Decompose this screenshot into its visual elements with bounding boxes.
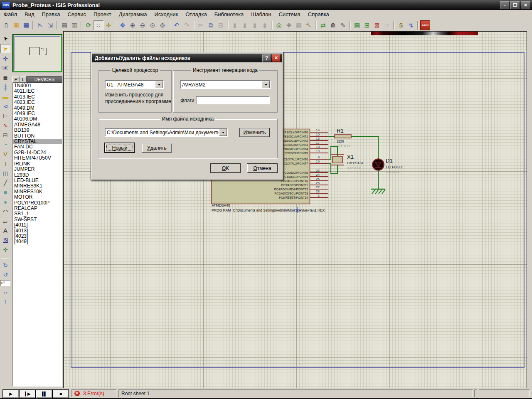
led-d1[interactable]: D1 LED-BLUE <TEXT>	[373, 158, 404, 174]
block-delete-icon[interactable]: ▮	[260, 20, 270, 30]
new-file-icon[interactable]: ▯	[1, 20, 11, 30]
device-item[interactable]: MOTOR	[13, 195, 62, 200]
error-panel[interactable]: ✕ 3 Error(s)	[71, 389, 116, 397]
menu-library[interactable]: Библиотека	[211, 10, 248, 18]
redraw-icon[interactable]: ⟳	[84, 20, 94, 30]
device-item[interactable]: SW-SPST	[13, 217, 62, 222]
close-button[interactable]: ✕	[521, 1, 530, 9]
menu-graph[interactable]: Диаграмма	[115, 10, 151, 18]
cut-icon[interactable]: ✂	[196, 20, 206, 30]
menu-help[interactable]: Справка	[304, 10, 333, 18]
redo-icon[interactable]: ↷	[182, 20, 192, 30]
ground-symbol[interactable]	[371, 189, 385, 194]
pause-button[interactable]: ▌▌	[36, 389, 52, 398]
device-item[interactable]: G2R-14-DC24	[13, 150, 62, 155]
property-tool-icon[interactable]: T	[304, 20, 314, 30]
menu-system[interactable]: Система	[275, 10, 304, 18]
open-file-icon[interactable]: ▣	[11, 20, 21, 30]
delete-button[interactable]: Удалить	[142, 143, 172, 153]
device-item[interactable]: HITEMP47U50V	[13, 155, 62, 161]
search-and-tag-icon[interactable]: ▦	[294, 20, 304, 30]
selection-mode-icon[interactable]: ➤	[1, 34, 10, 43]
tape-recorder-icon[interactable]: ⊟	[1, 131, 10, 139]
device-item[interactable]: 4011.IEC	[13, 89, 62, 94]
block-rotate-icon[interactable]: ▮	[250, 20, 260, 30]
device-item[interactable]: REALCAP	[13, 206, 62, 211]
copy-icon[interactable]: ⧉	[206, 20, 216, 30]
crystal-x1[interactable]: X1 CRYSTAL <TEXT>	[331, 154, 364, 170]
combo-dropdown-button[interactable]	[262, 81, 270, 88]
change-button[interactable]: Изменить	[239, 128, 270, 137]
combo-dropdown-button[interactable]	[155, 81, 163, 88]
save-file-icon[interactable]: ▦	[21, 20, 31, 30]
netlist-transfer-icon[interactable]: ⇄	[318, 20, 328, 30]
cancel-button[interactable]: Отмена	[247, 163, 278, 173]
text-script-icon[interactable]: ≣	[1, 74, 10, 82]
subcircuit-icon[interactable]: ▬	[1, 93, 10, 101]
graphics-line-icon[interactable]: ╱	[1, 179, 10, 187]
design-explorer-icon[interactable]: ▤	[352, 20, 362, 30]
device-item[interactable]: 4023.IEC	[13, 100, 62, 105]
zoom-all-icon[interactable]: ⊚	[158, 20, 167, 30]
menu-view[interactable]: Вид	[21, 10, 38, 18]
target-processor-combo[interactable]: U1 - ATMEGA48	[105, 80, 164, 89]
menu-file[interactable]: Файл	[0, 10, 21, 18]
device-item[interactable]: 4049.DM	[13, 106, 62, 111]
device-item[interactable]: ATMEGA48	[13, 122, 62, 128]
ok-button[interactable]: OK	[210, 163, 241, 173]
restore-button[interactable]: ❐	[510, 1, 520, 9]
device-item[interactable]: LED-BLUE	[13, 178, 62, 183]
bill-of-materials-icon[interactable]: $	[396, 20, 406, 30]
graphics-circle-icon[interactable]: ●	[1, 198, 10, 206]
device-item[interactable]: 4013.IEC	[13, 94, 62, 100]
grid-toggle-icon[interactable]: ∷	[94, 20, 103, 30]
zoom-to-component-icon[interactable]: ◎	[274, 20, 284, 30]
block-copy-icon[interactable]: ▮	[230, 20, 240, 30]
flags-input[interactable]	[196, 96, 270, 104]
device-item[interactable]: MINRES9K1	[13, 183, 62, 189]
device-item[interactable]: FAN-DC	[13, 144, 62, 150]
menu-source[interactable]: Исходник	[150, 10, 182, 18]
origin-icon[interactable]: ✛	[103, 20, 113, 30]
source-file-combo[interactable]: C:\Documents and Settings\Admin\Мои доку…	[105, 128, 228, 137]
step-button[interactable]: ▎▶	[19, 389, 36, 398]
graphics-arc-icon[interactable]: ◠	[1, 207, 10, 216]
zoom-out-icon[interactable]: ⊖	[138, 20, 148, 30]
mirror-vertical-icon[interactable]: ↕	[1, 297, 10, 305]
menu-template[interactable]: Шаблон	[247, 10, 275, 18]
device-item[interactable]: MINRES10K	[13, 189, 62, 195]
zoom-in-icon[interactable]: ⊕	[128, 20, 138, 30]
stop-button[interactable]: ■	[52, 389, 69, 398]
play-button[interactable]: ▶	[2, 389, 19, 398]
rotation-angle-input[interactable]	[0, 280, 10, 286]
wire-label-icon[interactable]: LBL	[1, 64, 10, 72]
marker-icon[interactable]: ✛	[1, 246, 10, 254]
device-item[interactable]: BD139	[13, 128, 62, 133]
overview-panel[interactable]	[12, 34, 62, 72]
current-probe-icon[interactable]: I	[1, 160, 10, 168]
undo-icon[interactable]: ↶	[172, 20, 182, 30]
device-item[interactable]: IRLINK	[13, 161, 62, 167]
search-binoculars-icon[interactable]: ⋒	[328, 20, 338, 30]
export-section-icon[interactable]: ⇲	[45, 20, 55, 30]
graph-mode-icon[interactable]: ∿	[1, 121, 10, 130]
menu-debug[interactable]: Отладка	[182, 10, 210, 18]
bus-icon[interactable]: ╪	[1, 83, 10, 91]
mirror-horizontal-icon[interactable]: ↔	[1, 288, 10, 296]
virtual-instrument-icon[interactable]: ◫	[1, 169, 10, 177]
resistor-r1[interactable]: R1 220r <TEXT>	[335, 128, 351, 148]
print-icon[interactable]: ▤	[59, 20, 69, 30]
graphics-path-icon[interactable]: ▱	[1, 217, 10, 225]
device-item[interactable]: CRYSTAL	[13, 139, 62, 144]
menu-tools[interactable]: Сервис	[64, 10, 90, 18]
device-item[interactable]: [4049]	[13, 239, 62, 244]
goto-sheet-icon[interactable]: ☞	[382, 20, 392, 30]
pan-icon[interactable]: ✥	[118, 20, 128, 30]
component-mode-icon[interactable]: ➤	[0, 44, 10, 53]
graphics-symbol-icon[interactable]: S	[1, 236, 10, 244]
device-item[interactable]: JUMPER	[13, 167, 62, 172]
menu-design[interactable]: Проект	[90, 10, 115, 18]
rotate-anticlockwise-icon[interactable]: ↺	[1, 271, 10, 279]
zoom-area-icon[interactable]: ⊙	[148, 20, 158, 30]
pick-devices-button[interactable]: P	[12, 76, 20, 83]
